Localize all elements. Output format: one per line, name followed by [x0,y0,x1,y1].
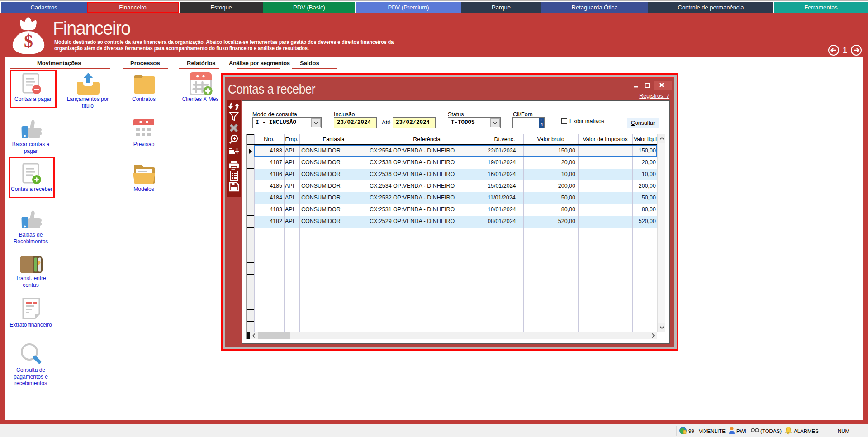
svg-text:1: 1 [843,45,848,55]
svg-text:$: $ [24,31,33,51]
